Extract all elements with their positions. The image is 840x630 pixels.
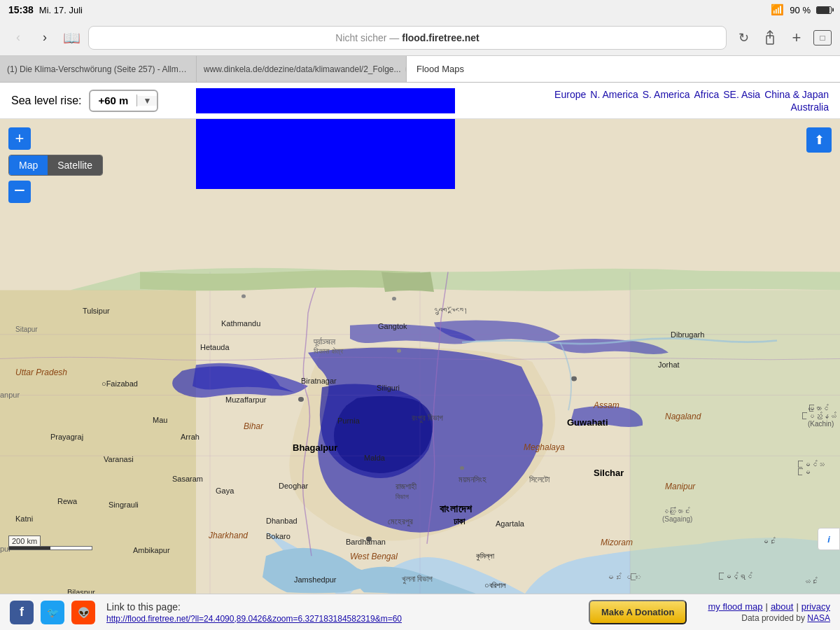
bookmarks-button[interactable]: 📖 [62, 28, 81, 48]
region-s-america[interactable]: S. America [643, 89, 690, 100]
battery-percentage: 90 % [790, 5, 811, 15]
svg-point-13 [571, 377, 577, 382]
map-view-button[interactable]: Map [9, 155, 48, 175]
footer-links: my flood map | about | privacy Data prov… [708, 601, 830, 623]
svg-point-15 [366, 537, 372, 542]
svg-point-12 [397, 349, 401, 353]
twitter-button[interactable]: 🐦 [41, 601, 64, 624]
page-content: Sea level rise: +60 m ▼ Europe N. Americ… [0, 83, 840, 630]
link-section: Link to this page: http://flood.firetree… [106, 601, 402, 624]
forward-button[interactable]: › [35, 28, 55, 48]
new-tab-button[interactable]: + [787, 28, 806, 48]
footer-pipe2: | [796, 601, 798, 612]
reload-button[interactable]: ↻ [734, 28, 753, 48]
my-flood-map-link[interactable]: my flood map [708, 601, 762, 612]
sea-level-label: Sea level rise: [11, 94, 82, 107]
region-europe[interactable]: Europe [554, 89, 586, 100]
footer-links-row1: my flood map | about | privacy [708, 601, 830, 612]
time: 15:38 [8, 4, 34, 15]
nasa-link[interactable]: NASA [807, 613, 830, 623]
privacy-link[interactable]: privacy [802, 601, 830, 612]
region-links: Europe N. America S. America Africa SE. … [554, 89, 829, 113]
scale-label: 200 km [8, 536, 41, 546]
domain: flood.firetree.net [402, 32, 479, 43]
link-to-page-label: Link to this page: [106, 601, 402, 612]
region-se-asia[interactable]: SE. Asia [723, 89, 760, 100]
region-china-japan[interactable]: China & Japan [764, 89, 829, 100]
about-link[interactable]: about [771, 601, 794, 612]
secure-label: Nicht sicher — [335, 32, 399, 43]
browser-chrome: ‹ › 📖 Nicht sicher — flood.firetree.net … [0, 20, 840, 56]
donation-button[interactable]: Make A Donation [589, 600, 687, 624]
svg-point-10 [241, 295, 246, 298]
region-africa[interactable]: Africa [694, 89, 719, 100]
reddit-button[interactable]: 👽 [71, 601, 95, 624]
svg-point-14 [298, 397, 304, 402]
svg-point-17 [460, 466, 464, 470]
tab-dinkela-label: www.dinkela.de/ddezine/data/klimawandel/… [204, 64, 401, 74]
zoom-in-button[interactable]: + [8, 127, 31, 150]
scale-bar: 200 km [8, 536, 92, 550]
map-controls: + Map Satellite − [8, 127, 103, 203]
sea-level-value: +60 m [90, 94, 138, 106]
share-button[interactable] [760, 28, 780, 48]
sea-level-control[interactable]: +60 m ▼ [89, 90, 159, 112]
info-button[interactable]: i [818, 528, 840, 550]
blue-ad-banner [196, 119, 455, 189]
map-svg [0, 119, 840, 594]
map-type-control: Map Satellite [8, 155, 103, 176]
scale-line [8, 546, 92, 550]
tab-allymystery-label: (1) Die Klima-Verschwörung (Seite 257) -… [7, 64, 189, 74]
page-link-url[interactable]: http://flood.firetree.net/?ll=24.4090,89… [106, 614, 402, 624]
svg-point-11 [392, 297, 396, 300]
bottom-bar: f 🐦 👽 Link to this page: http://flood.fi… [0, 594, 840, 630]
satellite-view-button[interactable]: Satellite [48, 155, 102, 175]
date: Mi. 17. Juli [39, 5, 83, 15]
facebook-button[interactable]: f [10, 601, 34, 624]
tab-flood-maps[interactable]: Flood Maps [407, 56, 840, 82]
status-bar: 15:38 Mi. 17. Juli 📶 90 % [0, 0, 840, 20]
tab-dinkela[interactable]: www.dinkela.de/ddezine/data/klimawandel/… [197, 56, 407, 82]
back-button[interactable]: ‹ [8, 28, 28, 48]
region-australia[interactable]: Australia [791, 102, 829, 113]
tab-flood-maps-label: Flood Maps [416, 64, 464, 74]
top-toolbar: Sea level rise: +60 m ▼ Europe N. Americ… [0, 83, 840, 119]
svg-rect-3 [630, 290, 840, 594]
tab-allymystery[interactable]: (1) Die Klima-Verschwörung (Seite 257) -… [0, 56, 197, 82]
battery-indicator [816, 6, 832, 14]
tabs-overview-button[interactable]: □ [813, 30, 832, 46]
tab-bar: (1) Die Klima-Verschwörung (Seite 257) -… [0, 56, 840, 83]
wifi-icon: 📶 [771, 4, 784, 16]
footer-pipe1: | [765, 601, 767, 612]
map-background: Tulsipur Kathmandu Hetauda Gangtok पूर्व… [0, 119, 840, 594]
map-container[interactable]: Tulsipur Kathmandu Hetauda Gangtok पूर्व… [0, 119, 840, 594]
address-bar[interactable]: Nicht sicher — flood.firetree.net [88, 26, 727, 50]
data-credit-label: Data provided by [741, 613, 805, 623]
svg-point-16 [598, 421, 602, 424]
footer-nasa: Data provided by NASA [741, 613, 830, 623]
zoom-out-button[interactable]: − [8, 181, 31, 203]
region-n-america[interactable]: N. America [590, 89, 638, 100]
sea-level-dropdown-arrow[interactable]: ▼ [137, 96, 157, 106]
blue-banner [196, 88, 455, 113]
compass-button[interactable]: ⬆ [806, 127, 832, 153]
